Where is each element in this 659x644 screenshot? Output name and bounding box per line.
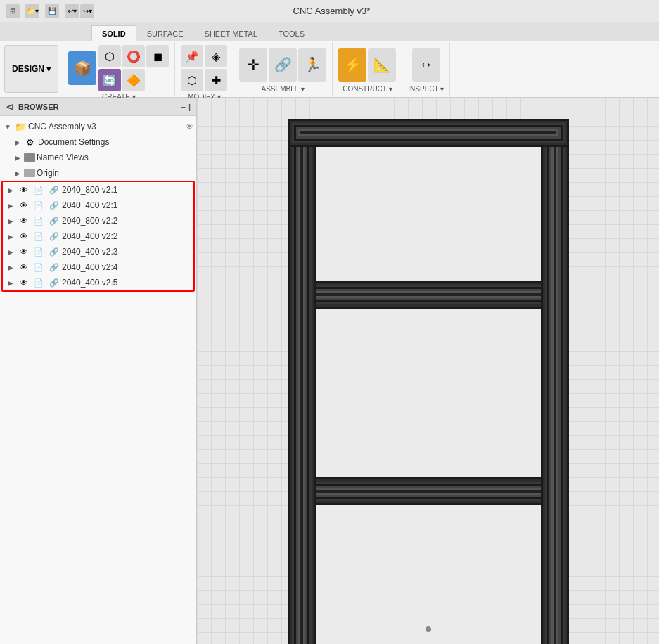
browser-tree: ▼ 📁 CNC Assembly v3 👁 ▶ ⚙ Document Setti…: [0, 116, 196, 644]
item4-component-icon: 📄: [32, 230, 45, 243]
item1-visibility-icon[interactable]: 👁: [17, 183, 30, 196]
root-label: CNC Assembly v3: [28, 122, 186, 131]
assemble-group-label[interactable]: ASSEMBLE ▾: [261, 85, 305, 93]
item5-label: 2040_400 v2:3: [62, 247, 191, 257]
browser-collapse-button[interactable]: ⊲: [6, 101, 14, 112]
file-menu-button[interactable]: 📁▾: [25, 4, 39, 18]
tree-origin[interactable]: ▶ Origin: [0, 165, 196, 181]
design-dropdown[interactable]: DESIGN ▾: [4, 45, 58, 93]
assemble-icon-3[interactable]: 🏃: [298, 48, 326, 82]
create-icon-3[interactable]: ◼: [146, 45, 169, 67]
construct-icon-2[interactable]: 📐: [368, 48, 396, 82]
origin-folder-icon: [24, 169, 35, 177]
tab-surface[interactable]: SURFACE: [136, 25, 194, 41]
item2-visibility-icon[interactable]: 👁: [17, 199, 30, 212]
create-icon-1[interactable]: ⬡: [98, 45, 121, 67]
assemble-icons: ✛ 🔗 🏃: [239, 45, 326, 84]
named-views-label: Named Views: [37, 153, 193, 162]
modify-icon-2[interactable]: ◈: [205, 45, 227, 67]
item7-visibility-icon[interactable]: 👁: [17, 276, 30, 289]
modify-icon-4[interactable]: ✚: [205, 69, 227, 91]
tree-item-7[interactable]: ▶ 👁 📄 🔗 2040_400 v2:5: [3, 275, 193, 290]
item6-visibility-icon[interactable]: 👁: [17, 261, 30, 273]
svg-rect-46: [316, 505, 541, 644]
origin-expand[interactable]: ▶: [13, 169, 23, 177]
item4-visibility-icon[interactable]: 👁: [17, 230, 30, 243]
tab-tools[interactable]: TOOLS: [268, 25, 315, 41]
redo-button[interactable]: ↪▾: [80, 4, 94, 18]
origin-label: Origin: [37, 168, 193, 178]
ribbon-group-construct: ⚡ 📐 CONSTRUCT ▾: [333, 42, 402, 96]
modify-icons: 📌 ◈ ⬡ ✚: [181, 45, 227, 91]
item6-expand[interactable]: ▶: [6, 264, 15, 271]
modify-icon-3[interactable]: ⬡: [181, 69, 203, 91]
item2-component-icon: 📄: [32, 199, 45, 212]
browser-panel: ⊲ BROWSER – | ▼ 📁 CNC Assembly v3 👁 ▶ ⚙ …: [0, 98, 197, 644]
svg-rect-44: [316, 147, 541, 281]
cnc-frame-svg: [288, 119, 569, 644]
item7-link-icon[interactable]: 🔗: [48, 276, 60, 289]
browser-title: BROWSER: [18, 103, 58, 111]
save-button[interactable]: 💾: [45, 4, 59, 18]
ribbon-group-assemble: ✛ 🔗 🏃 ASSEMBLE ▾: [233, 42, 333, 96]
root-folder-icon: 📁: [14, 120, 27, 133]
construct-icons: ⚡ 📐: [338, 45, 396, 84]
item7-expand[interactable]: ▶: [6, 279, 15, 287]
tree-doc-settings[interactable]: ▶ ⚙ Document Settings: [0, 134, 196, 150]
item7-component-icon: 📄: [32, 276, 45, 289]
item3-label: 2040_800 v2:2: [62, 216, 191, 226]
tree-named-views[interactable]: ▶ Named Views: [0, 150, 196, 165]
doc-settings-expand[interactable]: ▶: [13, 139, 23, 146]
create-icon-5[interactable]: 🔶: [122, 69, 145, 91]
item3-visibility-icon[interactable]: 👁: [17, 214, 30, 227]
item5-link-icon[interactable]: 🔗: [48, 245, 60, 258]
item1-link-icon[interactable]: 🔗: [48, 183, 60, 196]
browser-menu-icon[interactable]: |: [188, 103, 191, 111]
item1-label: 2040_800 v2:1: [62, 185, 191, 195]
tab-solid[interactable]: SOLID: [91, 25, 136, 41]
tree-item-1[interactable]: ▶ 👁 📄 🔗 2040_800 v2:1: [3, 182, 193, 198]
assemble-icon-2[interactable]: 🔗: [269, 48, 297, 82]
item1-component-icon: 📄: [32, 183, 45, 196]
grid-button[interactable]: ⊞: [6, 4, 20, 18]
modify-icon-1[interactable]: 📌: [181, 45, 203, 67]
item3-expand[interactable]: ▶: [6, 217, 15, 225]
root-expand-icon[interactable]: ▼: [3, 123, 13, 131]
inspect-icons: ↔: [412, 45, 440, 84]
tab-sheet-metal[interactable]: SHEET METAL: [194, 25, 268, 41]
tree-item-3[interactable]: ▶ 👁 📄 🔗 2040_800 v2:2: [3, 213, 193, 228]
tree-item-5[interactable]: ▶ 👁 📄 🔗 2040_400 v2:3: [3, 244, 193, 259]
tree-root[interactable]: ▼ 📁 CNC Assembly v3 👁: [0, 119, 196, 134]
item2-link-icon[interactable]: 🔗: [48, 199, 60, 212]
create-icon-4[interactable]: 🔄: [98, 69, 121, 91]
canvas-area[interactable]: [197, 98, 659, 644]
item5-expand[interactable]: ▶: [6, 248, 15, 256]
browser-header-left: ⊲ BROWSER: [6, 101, 58, 112]
titlebar: ⊞ 📁▾ 💾 ↩▾ ↪▾ CNC Assembly v3*: [0, 0, 659, 22]
create-icon-2[interactable]: ⭕: [122, 45, 145, 67]
main-area: ⊲ BROWSER – | ▼ 📁 CNC Assembly v3 👁 ▶ ⚙ …: [0, 98, 659, 644]
item2-expand[interactable]: ▶: [6, 202, 15, 210]
tree-item-4[interactable]: ▶ 👁 📄 🔗 2040_400 v2:2: [3, 228, 193, 244]
svg-rect-7: [300, 131, 303, 644]
undo-button[interactable]: ↩▾: [65, 4, 79, 18]
tree-item-6[interactable]: ▶ 👁 📄 🔗 2040_400 v2:4: [3, 259, 193, 275]
item5-visibility-icon[interactable]: 👁: [17, 245, 30, 258]
browser-search-icon[interactable]: –: [181, 103, 186, 111]
assemble-icon-1[interactable]: ✛: [239, 48, 267, 82]
root-visibility-icon[interactable]: 👁: [186, 122, 193, 131]
item1-expand[interactable]: ▶: [6, 186, 15, 194]
inspect-icon-1[interactable]: ↔: [412, 48, 440, 82]
construct-icon-1[interactable]: ⚡: [338, 48, 366, 82]
item4-link-icon[interactable]: 🔗: [48, 230, 60, 243]
item6-link-icon[interactable]: 🔗: [48, 261, 60, 273]
inspect-group-label[interactable]: INSPECT ▾: [408, 85, 444, 93]
svg-rect-21: [300, 131, 556, 134]
tree-item-2[interactable]: ▶ 👁 📄 🔗 2040_400 v2:1: [3, 198, 193, 213]
item4-expand[interactable]: ▶: [6, 233, 15, 240]
cnc-frame-drawing: [288, 119, 569, 644]
create-main-icon[interactable]: 📦: [68, 51, 96, 85]
named-views-expand[interactable]: ▶: [13, 154, 23, 162]
item3-link-icon[interactable]: 🔗: [48, 214, 60, 227]
construct-group-label[interactable]: CONSTRUCT ▾: [343, 85, 392, 93]
